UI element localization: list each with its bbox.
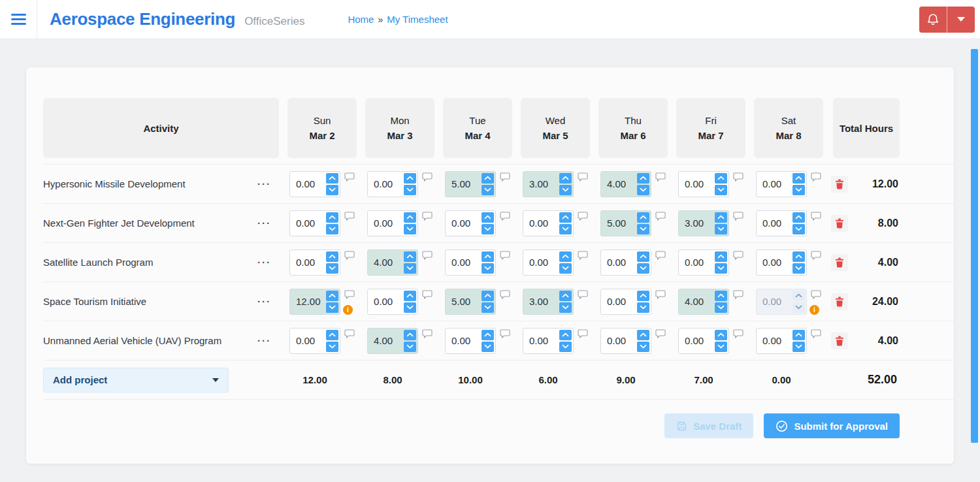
hours-input[interactable] — [757, 172, 792, 197]
hours-input[interactable] — [446, 289, 481, 314]
decrement-chevron-down-icon[interactable] — [404, 302, 416, 313]
increment-chevron-up-icon[interactable] — [559, 173, 572, 184]
comment-icon[interactable] — [811, 212, 821, 221]
decrement-chevron-down-icon[interactable] — [482, 342, 494, 352]
comment-icon[interactable] — [500, 172, 510, 182]
comment-icon[interactable] — [500, 251, 510, 260]
decrement-chevron-down-icon[interactable] — [326, 342, 338, 352]
increment-chevron-up-icon[interactable] — [404, 173, 416, 184]
row-options-ellipsis-button[interactable]: ··· — [257, 297, 271, 306]
decrement-chevron-down-icon[interactable] — [637, 224, 649, 234]
comment-icon[interactable] — [811, 329, 821, 338]
delete-row-trash-icon[interactable] — [831, 215, 848, 232]
decrement-chevron-down-icon[interactable] — [715, 302, 727, 313]
decrement-chevron-down-icon[interactable] — [637, 185, 649, 195]
decrement-chevron-down-icon[interactable] — [404, 342, 416, 352]
increment-chevron-up-icon[interactable] — [792, 173, 805, 184]
decrement-chevron-down-icon[interactable] — [637, 342, 649, 352]
vertical-scrollbar[interactable] — [971, 49, 978, 443]
comment-icon[interactable] — [733, 290, 743, 299]
comment-icon[interactable] — [655, 290, 666, 299]
increment-chevron-up-icon[interactable] — [559, 212, 572, 223]
notification-bell-button[interactable] — [919, 7, 947, 33]
increment-chevron-up-icon[interactable] — [404, 212, 416, 223]
decrement-chevron-down-icon[interactable] — [482, 263, 494, 274]
comment-icon[interactable] — [733, 172, 743, 182]
decrement-chevron-down-icon[interactable] — [715, 263, 727, 274]
decrement-chevron-down-icon[interactable] — [637, 302, 649, 313]
comment-icon[interactable] — [655, 329, 666, 338]
decrement-chevron-down-icon[interactable] — [326, 302, 338, 313]
hours-input[interactable] — [368, 250, 403, 275]
breadcrumb-current-link[interactable]: My Timesheet — [387, 14, 448, 25]
comment-icon[interactable] — [422, 172, 433, 182]
hours-input[interactable] — [601, 172, 636, 197]
row-options-ellipsis-button[interactable]: ··· — [257, 179, 271, 189]
increment-chevron-up-icon[interactable] — [792, 251, 805, 262]
hours-input[interactable] — [757, 289, 792, 314]
decrement-chevron-down-icon[interactable] — [792, 263, 805, 274]
increment-chevron-up-icon[interactable] — [326, 212, 338, 223]
comment-icon[interactable] — [655, 212, 666, 221]
comment-icon[interactable] — [811, 251, 821, 260]
row-options-ellipsis-button[interactable]: ··· — [257, 336, 271, 345]
decrement-chevron-down-icon[interactable] — [404, 224, 416, 234]
hours-input[interactable] — [446, 250, 481, 275]
increment-chevron-up-icon[interactable] — [792, 291, 805, 301]
comment-icon[interactable] — [500, 212, 510, 221]
decrement-chevron-down-icon[interactable] — [792, 302, 805, 313]
hours-input[interactable] — [290, 211, 325, 236]
comment-icon[interactable] — [578, 329, 588, 338]
hours-input[interactable] — [523, 289, 559, 314]
increment-chevron-up-icon[interactable] — [637, 212, 649, 223]
comment-icon[interactable] — [578, 172, 588, 182]
increment-chevron-up-icon[interactable] — [482, 330, 494, 340]
save-draft-button[interactable]: Save Draft — [664, 413, 753, 438]
hours-input[interactable] — [290, 250, 325, 275]
decrement-chevron-down-icon[interactable] — [482, 185, 494, 195]
hours-input[interactable] — [523, 211, 559, 236]
decrement-chevron-down-icon[interactable] — [559, 302, 572, 313]
increment-chevron-up-icon[interactable] — [404, 330, 416, 340]
increment-chevron-up-icon[interactable] — [637, 330, 649, 340]
increment-chevron-up-icon[interactable] — [404, 291, 416, 301]
increment-chevron-up-icon[interactable] — [482, 291, 494, 301]
decrement-chevron-down-icon[interactable] — [715, 185, 727, 195]
decrement-chevron-down-icon[interactable] — [326, 224, 338, 234]
hours-input[interactable] — [679, 289, 714, 314]
comment-icon[interactable] — [344, 290, 355, 299]
comment-icon[interactable] — [578, 212, 588, 221]
hours-input[interactable] — [446, 211, 481, 236]
decrement-chevron-down-icon[interactable] — [715, 224, 727, 234]
comment-icon[interactable] — [344, 212, 355, 221]
row-options-ellipsis-button[interactable]: ··· — [257, 257, 271, 267]
hours-input[interactable] — [679, 250, 714, 275]
decrement-chevron-down-icon[interactable] — [559, 185, 572, 195]
comment-icon[interactable] — [344, 172, 355, 182]
decrement-chevron-down-icon[interactable] — [326, 185, 338, 195]
delete-row-trash-icon[interactable] — [831, 254, 848, 271]
increment-chevron-up-icon[interactable] — [715, 251, 727, 262]
hours-input[interactable] — [601, 211, 636, 236]
decrement-chevron-down-icon[interactable] — [482, 224, 494, 234]
submit-for-approval-button[interactable]: Submit for Approval — [764, 413, 900, 438]
comment-icon[interactable] — [733, 329, 743, 338]
increment-chevron-up-icon[interactable] — [792, 212, 805, 223]
hours-input[interactable] — [368, 289, 403, 314]
hours-input[interactable] — [290, 329, 325, 353]
increment-chevron-up-icon[interactable] — [482, 173, 494, 184]
comment-icon[interactable] — [578, 251, 588, 260]
increment-chevron-up-icon[interactable] — [792, 330, 805, 340]
delete-row-trash-icon[interactable] — [831, 176, 848, 193]
hours-input[interactable] — [368, 211, 403, 236]
hamburger-menu-icon[interactable] — [0, 0, 37, 39]
comment-icon[interactable] — [578, 290, 588, 299]
hours-input[interactable] — [757, 250, 792, 275]
comment-icon[interactable] — [344, 251, 355, 260]
increment-chevron-up-icon[interactable] — [637, 173, 649, 184]
decrement-chevron-down-icon[interactable] — [715, 342, 727, 352]
increment-chevron-up-icon[interactable] — [637, 251, 649, 262]
hours-input[interactable] — [679, 329, 714, 353]
decrement-chevron-down-icon[interactable] — [404, 263, 416, 274]
decrement-chevron-down-icon[interactable] — [559, 224, 572, 234]
